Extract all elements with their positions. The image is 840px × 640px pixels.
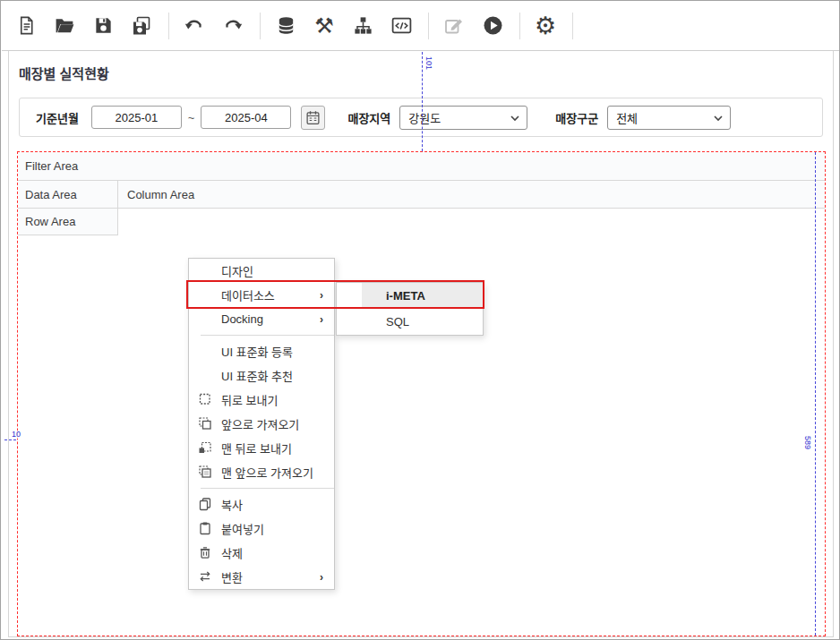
database-button[interactable]: [273, 13, 298, 38]
datasource-submenu: i-META SQL: [336, 282, 484, 336]
submenu-arrow-icon: ›: [320, 313, 323, 326]
menu-item-datasource[interactable]: 데이터소스 ›: [189, 283, 334, 307]
app-window: ⚒ ⚙ 매장별 실적현황: [0, 0, 840, 640]
toolbar-separator: [519, 13, 520, 39]
save-all-icon: [131, 15, 152, 37]
paste-icon: [198, 521, 212, 535]
convert-icon: [198, 569, 212, 584]
filter-bar: 기준년월 ~ 매장지역 강원도 매장구군 전체: [19, 98, 823, 137]
menu-item-label: 맨 앞으로 가져오기: [221, 464, 313, 481]
menu-item-label: 앞으로 가져오기: [221, 415, 299, 432]
menu-item-docking[interactable]: Docking ›: [189, 307, 334, 331]
design-canvas[interactable]: Filter Area Data Area Column Area Row Ar…: [17, 151, 826, 636]
menu-item-ui-standard-recommend[interactable]: UI 표준화 추천: [189, 363, 334, 388]
toolbar: ⚒ ⚙: [2, 1, 840, 51]
bring-forward-icon: [198, 416, 212, 431]
menu-item-design[interactable]: 디자인: [189, 259, 334, 283]
row-area-zone[interactable]: Row Area: [18, 209, 118, 235]
settings-button[interactable]: ⚙: [533, 13, 558, 38]
data-area-label: Data Area: [25, 188, 77, 201]
menu-item-label: 붙여넣기: [221, 520, 264, 537]
toolbar-separator: [428, 13, 429, 39]
submenu-item-label: i-META: [386, 289, 425, 303]
region-select[interactable]: 강원도: [399, 106, 527, 130]
settings-icon: ⚙: [535, 13, 556, 38]
toolbar-separator: [260, 13, 261, 39]
menu-item-bring-to-front[interactable]: 맨 앞으로 가져오기: [189, 460, 334, 484]
edit-icon: [443, 15, 465, 37]
submenu-item-label: SQL: [386, 315, 409, 329]
period-from-input[interactable]: [91, 106, 182, 129]
submenu-item-sql[interactable]: SQL: [337, 309, 483, 335]
filter-area-zone[interactable]: Filter Area: [18, 152, 825, 181]
hierarchy-button[interactable]: [350, 13, 375, 38]
menu-item-label: 맨 뒤로 보내기: [221, 439, 292, 457]
menu-item-bring-forward[interactable]: 앞으로 가져오기: [189, 412, 334, 436]
code-editor-button[interactable]: [389, 13, 414, 38]
new-document-button[interactable]: [13, 13, 39, 38]
menu-separator: [201, 488, 334, 489]
menu-item-send-backward[interactable]: 뒤로 보내기: [189, 388, 334, 412]
menu-item-send-to-back[interactable]: 맨 뒤로 보내기: [189, 436, 334, 460]
menu-item-label: 변환: [221, 568, 243, 585]
district-select[interactable]: 전체: [607, 106, 731, 130]
menu-item-label: 삭제: [221, 544, 243, 561]
period-to-input[interactable]: [201, 106, 291, 129]
save-button[interactable]: [90, 13, 116, 38]
period-label: 기준년월: [36, 109, 79, 126]
open-folder-button[interactable]: [52, 13, 77, 38]
submenu-icon-gutter: [337, 309, 362, 335]
toolbar-separator: [168, 13, 169, 39]
menu-item-label: 디자인: [221, 262, 253, 279]
row-area-label: Row Area: [25, 215, 75, 228]
data-area-zone[interactable]: Data Area: [18, 181, 118, 208]
save-all-button[interactable]: [129, 13, 154, 38]
menu-item-ui-standard-register[interactable]: UI 표준화 등록: [189, 339, 334, 363]
open-folder-icon: [54, 14, 76, 37]
submenu-arrow-icon: ›: [320, 289, 323, 302]
menu-item-label: Docking: [221, 312, 263, 326]
undo-button[interactable]: [182, 13, 207, 38]
undo-icon: [184, 15, 205, 37]
code-editor-icon: [390, 14, 413, 37]
submenu-item-imeta[interactable]: i-META: [337, 283, 483, 309]
submenu-icon-gutter: [337, 283, 362, 309]
column-area-zone[interactable]: Column Area: [118, 181, 825, 208]
toolbar-separator: [572, 13, 573, 39]
submenu-arrow-icon: ›: [320, 571, 323, 584]
menu-item-delete[interactable]: 삭제: [189, 541, 334, 565]
chevron-down-icon: [714, 115, 723, 122]
filter-area-label: Filter Area: [25, 159, 78, 173]
menu-item-label: 뒤로 보내기: [221, 391, 278, 408]
hierarchy-icon: [353, 15, 373, 36]
run-button[interactable]: [480, 13, 505, 38]
redo-icon: [222, 15, 244, 37]
menu-item-label: UI 표준화 추천: [221, 367, 293, 384]
send-to-back-icon: [198, 440, 212, 455]
send-backward-icon: [198, 392, 212, 406]
chevron-down-icon: [510, 115, 519, 122]
calendar-icon: [305, 110, 321, 125]
new-document-icon: [16, 15, 37, 36]
edit-button[interactable]: [441, 13, 467, 38]
tools-button[interactable]: ⚒: [312, 13, 337, 38]
calendar-button[interactable]: [301, 106, 325, 130]
menu-item-convert[interactable]: 변환 ›: [189, 565, 334, 589]
copy-icon: [198, 497, 212, 511]
region-label: 매장지역: [347, 109, 390, 126]
context-menu: 디자인 데이터소스 › Docking › UI 표준화 등록 UI 표준화 추…: [188, 258, 335, 590]
redo-button[interactable]: [220, 13, 245, 38]
tools-icon: ⚒: [314, 15, 334, 37]
database-icon: [276, 15, 296, 36]
menu-item-copy[interactable]: 복사: [189, 492, 334, 516]
run-icon: [482, 14, 504, 37]
column-area-label: Column Area: [127, 188, 194, 201]
district-select-value: 전체: [616, 109, 638, 126]
menu-separator: [201, 335, 334, 336]
region-select-value: 강원도: [408, 109, 441, 126]
district-label: 매장구군: [555, 109, 598, 126]
menu-item-label: UI 표준화 등록: [221, 343, 293, 360]
save-icon: [93, 15, 114, 36]
menu-item-paste[interactable]: 붙여넣기: [189, 516, 334, 541]
menu-item-label: 데이터소스: [221, 286, 275, 303]
